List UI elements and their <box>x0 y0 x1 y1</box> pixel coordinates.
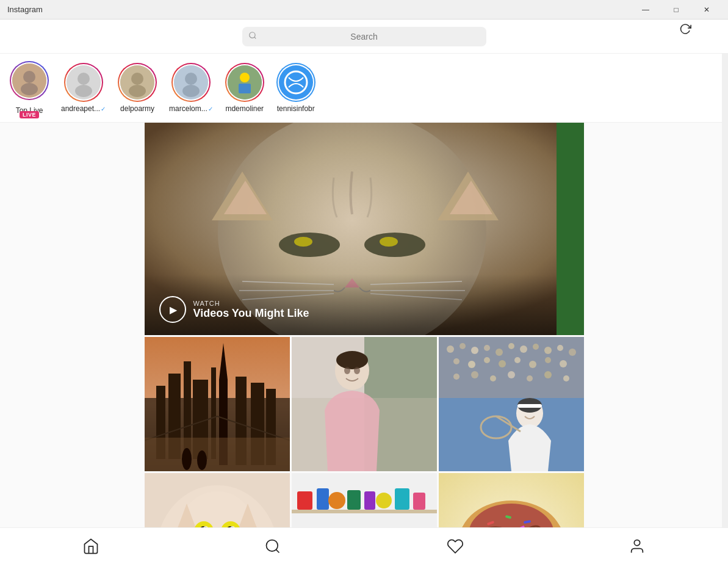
svg-point-7 <box>75 85 92 97</box>
play-button[interactable]: ▶ <box>159 296 186 323</box>
svg-point-59 <box>354 367 360 374</box>
titlebar: Instagram — □ ✕ <box>0 0 728 20</box>
heart-nav-button[interactable] <box>434 533 476 560</box>
svg-point-81 <box>453 374 460 380</box>
svg-point-51 <box>182 448 192 470</box>
svg-rect-112 <box>292 510 437 513</box>
svg-point-12 <box>185 73 197 85</box>
svg-point-117 <box>328 492 345 509</box>
svg-line-1 <box>254 37 256 38</box>
svg-rect-118 <box>347 490 361 510</box>
svg-point-69 <box>533 344 539 350</box>
svg-rect-115 <box>297 491 312 510</box>
svg-point-79 <box>545 357 551 363</box>
svg-point-143 <box>267 540 278 551</box>
svg-point-75 <box>484 357 490 363</box>
story-label-andreapet: andreapet...✓ <box>61 104 106 113</box>
story-item-mdemoliner[interactable]: mdemoliner <box>225 63 264 113</box>
svg-rect-122 <box>413 493 425 510</box>
play-icon: ▶ <box>170 304 177 316</box>
svg-rect-116 <box>317 488 329 510</box>
svg-rect-93 <box>517 404 542 408</box>
maximize-button[interactable]: □ <box>662 0 690 20</box>
svg-point-86 <box>544 371 552 378</box>
svg-point-28 <box>380 237 398 247</box>
window-controls: — □ ✕ <box>632 0 721 20</box>
svg-rect-50 <box>145 438 290 471</box>
svg-point-6 <box>77 73 90 85</box>
svg-point-85 <box>527 375 533 381</box>
search-container <box>242 27 486 46</box>
svg-line-144 <box>276 549 279 552</box>
svg-rect-16 <box>239 84 251 93</box>
minimize-button[interactable]: — <box>632 0 660 20</box>
story-item-andreapet[interactable]: andreapet...✓ <box>61 63 106 113</box>
svg-point-66 <box>496 349 503 356</box>
svg-point-120 <box>376 493 392 508</box>
topbar <box>0 20 728 54</box>
svg-point-10 <box>129 85 146 97</box>
svg-rect-119 <box>364 491 375 510</box>
watch-text: WATCH Videos You Might Like <box>193 300 309 320</box>
svg-point-13 <box>182 85 200 97</box>
home-nav-button[interactable] <box>70 533 112 560</box>
svg-point-15 <box>240 73 250 82</box>
svg-point-62 <box>447 345 454 353</box>
svg-point-3 <box>23 71 35 83</box>
refresh-button[interactable] <box>679 23 691 38</box>
close-button[interactable]: ✕ <box>693 0 721 20</box>
profile-nav-button[interactable] <box>616 533 658 560</box>
svg-point-84 <box>508 371 515 378</box>
svg-point-70 <box>544 347 552 354</box>
svg-point-80 <box>560 360 567 367</box>
svg-point-64 <box>471 347 478 354</box>
search-input[interactable] <box>242 27 486 46</box>
svg-point-82 <box>471 371 478 378</box>
live-badge: LIVE <box>20 111 39 118</box>
verified-icon-2: ✓ <box>208 106 213 112</box>
story-label-delpoarmy: delpoarmy <box>120 104 154 113</box>
search-icon <box>248 31 257 42</box>
verified-icon: ✓ <box>101 106 106 112</box>
grid-item-nyc[interactable] <box>145 337 290 471</box>
svg-point-76 <box>499 360 506 367</box>
svg-point-27 <box>294 237 312 247</box>
svg-point-65 <box>484 345 490 351</box>
story-item-tennisinfobr[interactable]: tennisinfobr <box>276 63 315 113</box>
svg-point-9 <box>131 73 143 85</box>
grid-item-federer1[interactable] <box>292 337 437 471</box>
video-grid: @username <box>145 337 584 540</box>
watch-title: Videos You Might Like <box>193 307 309 320</box>
watch-label: WATCH <box>193 300 309 307</box>
svg-point-78 <box>529 361 536 368</box>
story-label-mdemoliner: mdemoliner <box>225 104 264 113</box>
svg-point-87 <box>563 375 569 381</box>
main-content[interactable]: ▶ WATCH Videos You Might Like <box>0 123 728 540</box>
story-item-marcelom[interactable]: marcelom...✓ <box>169 63 213 113</box>
svg-point-71 <box>557 345 563 351</box>
story-item-top-live[interactable]: LIVE Top Live <box>10 61 49 115</box>
svg-point-0 <box>249 32 254 37</box>
grid-item-federer2[interactable] <box>439 337 584 471</box>
svg-point-63 <box>460 343 466 349</box>
scrollbar[interactable] <box>722 54 728 527</box>
watch-overlay: ▶ WATCH Videos You Might Like <box>159 296 309 323</box>
svg-point-77 <box>514 357 521 363</box>
svg-point-74 <box>468 361 475 368</box>
story-label-marcelom: marcelom...✓ <box>169 104 213 113</box>
search-nav-button[interactable] <box>252 533 294 560</box>
green-sidebar <box>557 123 584 335</box>
watch-banner[interactable]: ▶ WATCH Videos You Might Like <box>145 123 584 335</box>
stories-row: LIVE Top Live andreapet...✓ <box>0 54 728 123</box>
bottom-nav <box>0 527 728 564</box>
svg-point-52 <box>197 450 207 470</box>
app-title: Instagram <box>7 5 43 14</box>
svg-point-58 <box>344 367 350 374</box>
svg-point-68 <box>520 345 527 353</box>
svg-point-72 <box>569 349 576 356</box>
story-label-tennisinfobr: tennisinfobr <box>277 104 315 113</box>
story-item-delpoarmy[interactable]: delpoarmy <box>118 63 157 113</box>
svg-rect-121 <box>395 488 409 510</box>
svg-point-83 <box>490 375 496 381</box>
svg-point-67 <box>508 343 514 349</box>
